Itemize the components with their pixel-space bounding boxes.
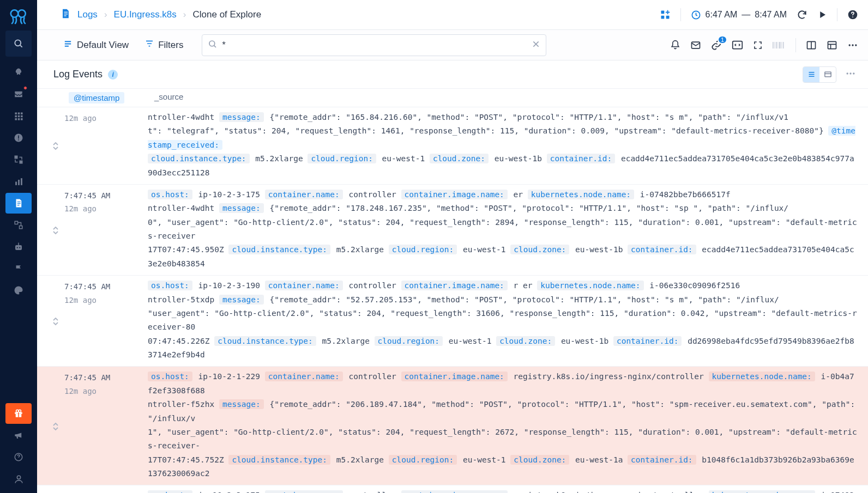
field-tag[interactable]: container.image.name: xyxy=(401,490,508,493)
row-source: os.host: ip-10-2-3-190 container.name: c… xyxy=(148,279,858,362)
table-row[interactable]: 12m ago ntroller-4wdht message: {"remote… xyxy=(37,107,868,185)
bell-icon[interactable] xyxy=(670,40,680,50)
field-tag[interactable]: os.host: xyxy=(148,490,192,493)
field-tag[interactable]: container.name: xyxy=(265,372,343,381)
field-tag[interactable]: container.name: xyxy=(265,490,343,493)
sidebar-alert-icon[interactable] xyxy=(5,127,32,148)
barcode-icon[interactable] xyxy=(773,40,786,50)
col-timestamp[interactable]: @timestamp xyxy=(69,92,124,104)
sidebar-robot-icon[interactable] xyxy=(5,236,32,257)
expand-toggle[interactable] xyxy=(47,111,64,180)
sidebar-rocket-icon[interactable] xyxy=(5,62,32,83)
svg-rect-14 xyxy=(18,139,19,141)
view-list-icon[interactable] xyxy=(803,67,819,82)
svg-rect-15 xyxy=(15,156,18,159)
add-widget-icon[interactable] xyxy=(660,9,671,20)
sidebar-logs-icon[interactable] xyxy=(5,193,32,214)
field-tag[interactable]: container.name: xyxy=(265,281,343,290)
field-tag[interactable]: os.host: xyxy=(148,372,192,381)
field-tag[interactable]: kubernetes.node.name: xyxy=(709,490,815,493)
brand-logo xyxy=(0,0,37,30)
col-source[interactable]: _source xyxy=(152,92,183,101)
sidebar-megaphone-icon[interactable] xyxy=(5,425,32,446)
clear-search-icon[interactable] xyxy=(532,40,540,51)
sidebar-gift-icon[interactable] xyxy=(5,403,32,424)
field-tag[interactable]: cloud.instance.type: xyxy=(228,455,330,465)
play-icon[interactable] xyxy=(817,10,827,20)
sidebar-transfer-icon[interactable] xyxy=(5,149,32,170)
field-tag[interactable]: os.host: xyxy=(148,190,192,199)
table-row[interactable]: 7:47:45 AM12m ago os.host: ip-10-2-3-175… xyxy=(37,185,868,276)
table-row[interactable]: 7:47:45 AM12m ago os.host: ip-10-2-3-175… xyxy=(37,485,868,493)
field-tag[interactable]: container.id: xyxy=(547,154,616,163)
field-tag[interactable]: message: xyxy=(219,203,264,213)
field-tag[interactable]: cloud.zone: xyxy=(510,245,569,254)
svg-rect-45 xyxy=(733,41,743,49)
row-source: os.host: ip-10-2-3-175 container.name: c… xyxy=(148,489,858,493)
field-tag[interactable]: container.id: xyxy=(628,455,696,465)
breadcrumb-second[interactable]: EU.Ingress.k8s xyxy=(114,9,177,20)
sidebar-grid-icon[interactable] xyxy=(5,106,32,126)
expand-toggle[interactable] xyxy=(47,370,64,480)
expand-toggle[interactable] xyxy=(47,188,64,271)
field-tag[interactable]: container.id: xyxy=(613,336,682,346)
sidebar-search[interactable] xyxy=(5,31,32,57)
default-view-button[interactable]: Default View xyxy=(58,36,134,54)
code-icon[interactable] xyxy=(732,39,743,51)
field-tag[interactable]: container.name: xyxy=(265,190,343,199)
panel-layout-icon[interactable] xyxy=(806,40,817,51)
more-icon[interactable] xyxy=(847,40,858,51)
field-tag[interactable]: container.image.name: xyxy=(401,372,508,381)
field-tag[interactable]: cloud.instance.type: xyxy=(228,245,330,254)
sidebar-palette-icon[interactable] xyxy=(5,280,32,301)
expand-toggle[interactable] xyxy=(47,279,64,362)
expand-toggle[interactable] xyxy=(47,489,64,493)
filters-button[interactable]: Filters xyxy=(140,36,189,54)
link-badge: 1 xyxy=(718,35,727,44)
field-tag[interactable]: cloud.region: xyxy=(389,245,457,254)
field-tag[interactable]: cloud.instance.type: xyxy=(148,154,250,163)
field-tag[interactable]: cloud.region: xyxy=(389,455,457,465)
field-tag[interactable]: cloud.region: xyxy=(308,154,376,163)
sidebar-inbox-icon[interactable] xyxy=(5,84,32,105)
timerange-picker[interactable]: 6:47 AM — 8:47 AM xyxy=(691,10,787,20)
sidebar-help-icon[interactable] xyxy=(5,447,32,467)
svg-point-32 xyxy=(19,410,21,412)
sidebar-flag-icon[interactable] xyxy=(5,258,32,279)
field-tag[interactable]: container.image.name: xyxy=(401,281,508,290)
mail-icon[interactable] xyxy=(690,40,701,51)
field-tag[interactable]: message: xyxy=(219,112,264,122)
sidebar-chart-icon[interactable] xyxy=(5,171,32,192)
view-card-icon[interactable] xyxy=(819,67,836,82)
field-tag[interactable]: kubernetes.node.name: xyxy=(709,372,815,381)
svg-point-0 xyxy=(11,10,19,17)
content-more-icon[interactable] xyxy=(845,68,856,81)
field-tag[interactable]: message: xyxy=(219,295,264,305)
field-tag[interactable]: container.id: xyxy=(628,245,696,254)
sidebar-user-icon[interactable] xyxy=(5,468,32,489)
field-tag[interactable]: cloud.zone: xyxy=(510,455,569,465)
field-tag[interactable]: cloud.zone: xyxy=(430,154,489,163)
info-icon[interactable]: i xyxy=(108,70,118,80)
help-icon[interactable] xyxy=(847,9,858,20)
breadcrumb-root[interactable]: Logs xyxy=(77,9,98,20)
field-tag[interactable]: kubernetes.node.name: xyxy=(528,190,634,199)
refresh-icon[interactable] xyxy=(797,9,807,20)
fullscreen-icon[interactable] xyxy=(753,40,763,50)
field-tag[interactable]: cloud.zone: xyxy=(496,336,555,346)
field-tag[interactable]: cloud.region: xyxy=(375,336,443,346)
sidebar-network-icon[interactable] xyxy=(5,215,32,235)
table-row[interactable]: 7:47:45 AM12m ago os.host: ip-10-2-1-229… xyxy=(37,367,868,485)
field-tag[interactable]: container.image.name: xyxy=(401,190,508,199)
field-tag[interactable]: kubernetes.node.name: xyxy=(537,281,643,290)
svg-rect-38 xyxy=(661,11,664,14)
field-tag[interactable]: cloud.instance.type: xyxy=(214,336,316,346)
content-header: Log Events i xyxy=(37,60,868,89)
field-tag[interactable]: message: xyxy=(219,399,264,409)
table-layout-icon[interactable] xyxy=(827,40,837,51)
table-row[interactable]: 7:47:45 AM12m ago os.host: ip-10-2-3-190… xyxy=(37,276,868,367)
search-input[interactable] xyxy=(222,40,532,50)
field-tag[interactable]: os.host: xyxy=(148,281,192,290)
link-icon[interactable]: 1 xyxy=(711,40,722,51)
search-box[interactable] xyxy=(202,34,546,56)
